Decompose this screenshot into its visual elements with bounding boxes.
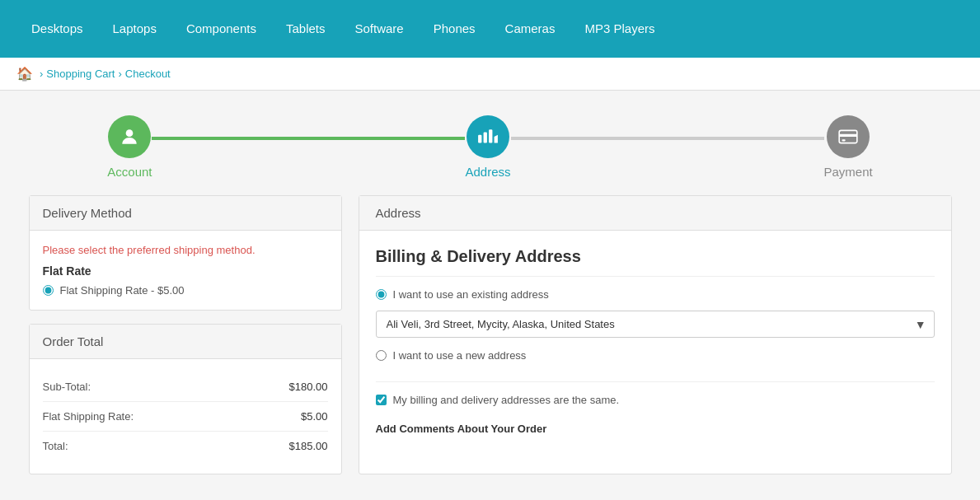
total-amount: $185.00 — [289, 440, 328, 452]
nav-item-desktops[interactable]: Desktops — [16, 0, 98, 58]
address-select[interactable]: Ali Veli, 3rd Street, Mycity, Alaska, Un… — [376, 311, 935, 338]
address-header: Address — [359, 196, 951, 231]
breadcrumb-checkout: Checkout — [125, 68, 171, 80]
sep1: › — [40, 68, 43, 80]
flat-rate-option[interactable]: Flat Shipping Rate - $5.00 — [43, 284, 328, 297]
nav-item-phones[interactable]: Phones — [419, 0, 490, 58]
nav-item-mp3[interactable]: MP3 Players — [570, 0, 669, 58]
delivery-method-panel: Delivery Method Please select the prefer… — [29, 195, 342, 311]
new-address-radio[interactable] — [376, 350, 387, 361]
comments-label: Add Comments About Your Order — [376, 423, 935, 435]
sep2: › — [118, 68, 121, 80]
svg-rect-1 — [478, 135, 481, 143]
same-address-checkbox[interactable] — [376, 395, 387, 405]
subtotal-amount: $180.00 — [289, 381, 328, 393]
svg-rect-2 — [484, 133, 487, 143]
new-address-option[interactable]: I want to use a new address — [376, 349, 935, 362]
main-content: Delivery Method Please select the prefer… — [12, 195, 968, 491]
checkout-steps: Account Address Payment — [0, 91, 980, 195]
nav-item-tablets[interactable]: Tablets — [271, 0, 340, 58]
right-panel: Address Billing & Delivery Address I wan… — [359, 195, 952, 474]
step-line-2 — [511, 137, 824, 140]
billing-delivery-title: Billing & Delivery Address — [376, 247, 935, 277]
shipping-label: Flat Shipping Rate: — [43, 410, 134, 423]
existing-address-label: I want to use an existing address — [393, 288, 549, 301]
step-account-circle — [108, 115, 151, 158]
svg-rect-3 — [489, 129, 492, 143]
flat-rate-label: Flat Rate — [43, 264, 328, 278]
delivery-note: Please select the preferred shipping met… — [43, 244, 328, 256]
svg-point-0 — [126, 129, 134, 137]
delivery-method-header: Delivery Method — [30, 196, 341, 231]
step-payment-label: Payment — [824, 165, 873, 179]
breadcrumb-shopping-cart[interactable]: Shopping Cart — [46, 68, 115, 80]
order-total-header: Order Total — [30, 325, 341, 359]
order-row-total: Total: $185.00 — [43, 432, 328, 460]
flat-rate-text: Flat Shipping Rate - $5.00 — [60, 284, 185, 297]
step-account-label: Account — [107, 165, 152, 179]
nav-bar: Desktops Laptops Components Tablets Soft… — [0, 0, 980, 58]
nav-item-software[interactable]: Software — [340, 0, 419, 58]
flat-rate-radio[interactable] — [43, 285, 54, 296]
svg-rect-6 — [842, 139, 846, 141]
delivery-method-body: Please select the preferred shipping met… — [30, 231, 341, 310]
order-total-panel: Order Total Sub-Total: $180.00 Flat Ship… — [29, 324, 342, 474]
step-payment-circle — [827, 115, 870, 158]
step-payment: Payment — [824, 115, 873, 179]
new-address-label: I want to use a new address — [393, 349, 527, 362]
order-row-subtotal: Sub-Total: $180.00 — [43, 372, 328, 402]
step-line-1 — [152, 137, 465, 140]
left-panel: Delivery Method Please select the prefer… — [29, 195, 342, 474]
address-body: Billing & Delivery Address I want to use… — [359, 231, 951, 458]
step-account: Account — [107, 115, 152, 179]
total-label: Total: — [43, 440, 68, 452]
step-address-circle — [467, 115, 509, 158]
svg-rect-5 — [839, 134, 857, 137]
same-address-label: My billing and delivery addresses are th… — [393, 394, 620, 406]
home-icon[interactable]: 🏠 — [16, 66, 33, 82]
order-total-body: Sub-Total: $180.00 Flat Shipping Rate: $… — [30, 359, 341, 474]
order-row-shipping: Flat Shipping Rate: $5.00 — [43, 402, 328, 432]
step-address-label: Address — [465, 165, 510, 179]
nav-item-laptops[interactable]: Laptops — [98, 0, 171, 58]
existing-address-radio[interactable] — [376, 289, 387, 300]
same-address-checkbox-row[interactable]: My billing and delivery addresses are th… — [376, 394, 935, 406]
shipping-amount: $5.00 — [301, 410, 328, 423]
step-address: Address — [465, 115, 510, 179]
subtotal-label: Sub-Total: — [43, 381, 91, 393]
existing-address-option[interactable]: I want to use an existing address — [376, 288, 935, 301]
nav-item-components[interactable]: Components — [171, 0, 271, 58]
nav-item-cameras[interactable]: Cameras — [490, 0, 570, 58]
breadcrumb: 🏠 › Shopping Cart › Checkout — [0, 58, 980, 91]
address-select-wrap: Ali Veli, 3rd Street, Mycity, Alaska, Un… — [376, 311, 935, 338]
